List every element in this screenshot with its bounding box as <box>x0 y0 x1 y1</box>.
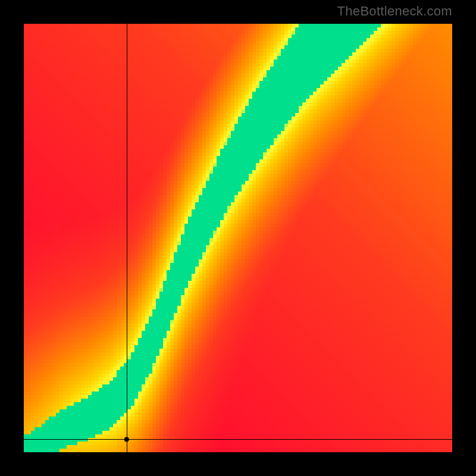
watermark-label: TheBottleneck.com <box>337 4 452 19</box>
chart-frame: TheBottleneck.com <box>0 0 476 476</box>
overlay-canvas <box>24 24 452 452</box>
plot-area <box>24 24 452 452</box>
